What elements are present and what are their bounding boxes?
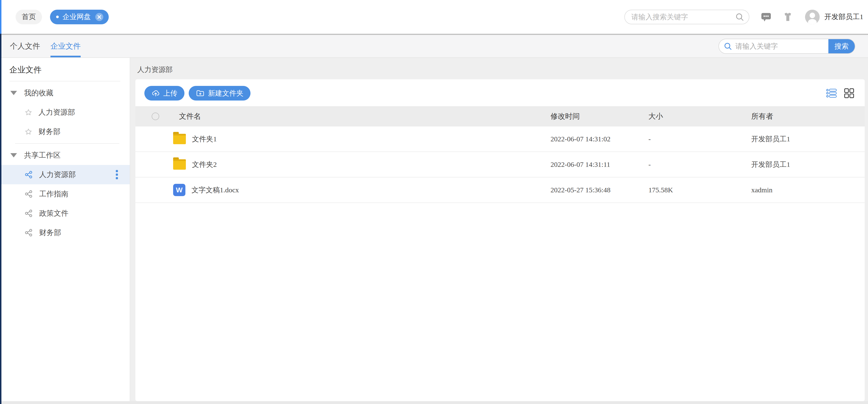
sidebar-item-fav-hr[interactable]: 人力资源部	[0, 103, 130, 122]
star-icon	[25, 109, 32, 116]
upload-button[interactable]: 上传	[144, 86, 184, 100]
column-header-modified[interactable]: 修改时间	[551, 111, 648, 121]
file-owner: xadmin	[751, 186, 865, 194]
table-row[interactable]: 文件夹1 2022-06-07 14:31:02 - 开发部员工1	[135, 126, 865, 152]
divider	[15, 143, 119, 144]
file-name[interactable]: 文件夹2	[192, 160, 217, 169]
folder-icon	[173, 134, 186, 144]
sidebar-title: 企业文件	[9, 64, 130, 75]
topbar-right-cluster: 开发部员工1	[624, 10, 863, 24]
username-label[interactable]: 开发部员工1	[824, 12, 863, 22]
global-search-input[interactable]	[631, 13, 735, 21]
sidebar-item-label: 人力资源部	[39, 170, 76, 180]
group-label: 我的收藏	[24, 88, 53, 98]
search-button[interactable]: 搜索	[828, 39, 855, 53]
upload-button-label: 上传	[163, 88, 177, 98]
file-tabs-bar: 个人文件 企业文件 搜索	[0, 35, 868, 58]
table-row[interactable]: W 文字文稿1.docx 2022-05-27 15:36:48 175.58K…	[135, 177, 865, 203]
window-edge-blue	[0, 0, 1, 34]
file-name[interactable]: 文字文稿1.docx	[191, 185, 239, 195]
star-icon	[25, 128, 32, 136]
new-folder-button-label: 新建文件夹	[208, 88, 243, 98]
caret-down-icon[interactable]	[10, 91, 17, 95]
file-list-card: 上传 新建文件夹	[135, 79, 865, 401]
folder-plus-icon	[196, 89, 205, 98]
file-modified: 2022-05-27 15:36:48	[551, 186, 648, 194]
caret-down-icon[interactable]	[10, 153, 17, 157]
tab-personal-files[interactable]: 个人文件	[10, 35, 40, 57]
share-icon	[25, 170, 33, 179]
divider	[9, 81, 120, 81]
list-view-icon[interactable]	[826, 88, 837, 98]
toolbar: 上传 新建文件夹	[135, 79, 865, 106]
sidebar-item-fav-finance[interactable]: 财务部	[0, 122, 130, 141]
search-icon[interactable]	[735, 12, 744, 22]
sidebar-item-label: 财务部	[39, 228, 61, 238]
sidebar-item-label: 工作指南	[39, 189, 68, 199]
file-size: 175.58K	[648, 186, 751, 194]
sidebar-group-favorites[interactable]: 我的收藏	[0, 83, 130, 103]
sidebar-item-shared-hr[interactable]: 人力资源部	[0, 165, 130, 184]
file-owner: 开发部员工1	[751, 134, 865, 144]
global-search-box[interactable]	[624, 10, 749, 24]
sidebar-item-label: 人力资源部	[38, 107, 75, 117]
window-edge-navy	[0, 34, 1, 404]
active-dot-icon	[56, 16, 59, 18]
share-icon	[25, 209, 33, 218]
table-row[interactable]: 文件夹2 2022-06-07 14:31:11 - 开发部员工1	[135, 152, 865, 177]
content-area: 企业文件 我的收藏 人力资源部 财务部 共享工作区	[0, 58, 868, 401]
breadcrumb: 人力资源部	[137, 65, 865, 75]
search-icon	[724, 42, 732, 51]
file-owner: 开发部员工1	[751, 160, 865, 169]
main-panel: 人力资源部 上传 新建文件夹	[130, 58, 868, 401]
table-header-row: 文件名 修改时间 大小 所有者	[135, 106, 865, 126]
word-file-icon: W	[173, 184, 185, 196]
active-tab-underline	[51, 56, 81, 57]
tab-enterprise-files[interactable]: 企业文件	[51, 35, 81, 57]
workspace-tab-tag[interactable]: 企业网盘	[50, 10, 109, 24]
new-folder-button[interactable]: 新建文件夹	[189, 86, 250, 100]
folder-icon	[173, 159, 186, 170]
grid-view-icon[interactable]	[844, 88, 854, 98]
sidebar-item-policy-files[interactable]: 政策文件	[0, 204, 130, 223]
workspace-tab-label: 企业网盘	[63, 12, 91, 22]
cloud-upload-icon	[151, 89, 160, 97]
tab-enterprise-label: 企业文件	[51, 41, 81, 52]
sidebar-group-shared-workspace[interactable]: 共享工作区	[0, 146, 130, 165]
file-name[interactable]: 文件夹1	[192, 134, 217, 144]
file-modified: 2022-06-07 14:31:02	[551, 135, 648, 143]
group-label: 共享工作区	[24, 150, 61, 160]
select-all-checkbox[interactable]	[152, 113, 159, 120]
sidebar-item-work-guide[interactable]: 工作指南	[0, 184, 130, 204]
column-header-size[interactable]: 大小	[648, 111, 751, 121]
sidebar-item-label: 政策文件	[39, 208, 68, 218]
top-bar: 首页 企业网盘	[0, 0, 868, 35]
column-header-name[interactable]: 文件名	[173, 111, 551, 121]
home-tab-tag[interactable]: 首页	[16, 10, 42, 24]
item-more-menu-icon[interactable]	[116, 170, 118, 179]
sidebar-item-shared-finance[interactable]: 财务部	[0, 223, 130, 242]
view-toggle-group	[826, 88, 854, 98]
file-size: -	[648, 161, 751, 169]
close-icon[interactable]	[95, 12, 104, 22]
user-avatar[interactable]	[805, 10, 819, 24]
sidebar-item-label: 财务部	[38, 127, 60, 137]
file-search-input[interactable]	[736, 42, 828, 50]
file-modified: 2022-06-07 14:31:11	[551, 161, 648, 169]
file-size: -	[648, 135, 751, 143]
sidebar: 企业文件 我的收藏 人力资源部 财务部 共享工作区	[0, 58, 130, 401]
messages-icon[interactable]	[761, 12, 772, 22]
file-search-group: 搜索	[718, 39, 855, 54]
share-icon	[25, 228, 33, 237]
column-header-owner[interactable]: 所有者	[751, 111, 865, 121]
share-icon	[25, 190, 33, 198]
theme-skin-icon[interactable]	[783, 12, 793, 22]
